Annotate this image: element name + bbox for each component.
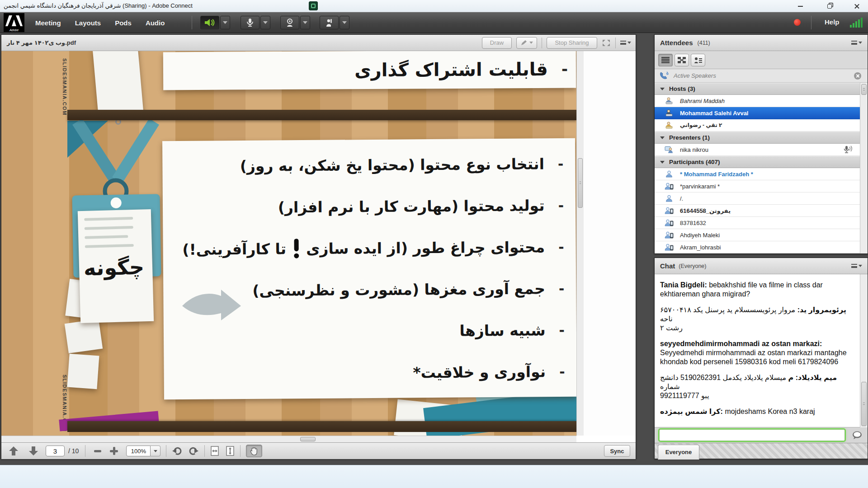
window-title: شرقي آذربایجان فرهنگیان دانشگاه شيمي انج… (4, 0, 193, 12)
fit-page-icon[interactable] (226, 446, 235, 456)
adobe-logo: Adobe (4, 13, 24, 32)
fullscreen-icon[interactable] (602, 39, 611, 47)
presenter-icon (665, 146, 674, 153)
chat-title: Chat (660, 262, 675, 270)
maximize-button[interactable] (819, 2, 840, 10)
chat-sender: Tania Bigdeli: (660, 281, 707, 289)
zoom-in-icon[interactable] (108, 450, 120, 452)
attendee-row[interactable]: Ahdiyeh Maleki (655, 229, 860, 241)
attendees-scrollbar[interactable] (860, 83, 868, 253)
hand-tool-button[interactable] (246, 445, 262, 457)
speaker-button[interactable] (200, 16, 219, 29)
menu-meeting[interactable]: Meeting (34, 19, 62, 27)
send-chat-button[interactable] (849, 429, 865, 441)
arrow-right-icon (181, 289, 243, 322)
chat-input[interactable] (659, 429, 845, 441)
attendee-row[interactable]: nika nikrou (655, 144, 860, 156)
chat-message: کرا شمس بیمژده: mojdeshams Korea n3 kara… (660, 407, 854, 416)
mic-icon (246, 18, 254, 27)
attendee-row[interactable]: 61644558_یفروتن (655, 205, 860, 217)
collapse-triangle-icon (660, 161, 665, 164)
attendee-row[interactable]: /. (655, 192, 860, 205)
attendee-list-view-button[interactable] (658, 54, 673, 66)
breakout-view-button[interactable] (675, 54, 689, 66)
attendees-count: (411) (698, 40, 710, 46)
attendee-row[interactable]: Bahrami Maddah (655, 95, 860, 107)
document-control-bar: 3 / 10 100% (1, 442, 636, 459)
status-view-button[interactable] (691, 54, 705, 66)
page-number-input[interactable]: 3 (46, 446, 65, 456)
stop-sharing-button[interactable]: Stop Sharing (547, 37, 597, 49)
hosts-section-header[interactable]: Hosts (3) (655, 83, 860, 95)
attendee-mic-icon (843, 145, 853, 154)
redo-icon[interactable] (188, 446, 199, 455)
attendee-name: Akram_lohrasbi (680, 244, 721, 251)
chat-scroll-thumb[interactable] (861, 382, 867, 426)
document-horizontal-scrollbar[interactable] (1, 436, 576, 442)
attendee-row[interactable]: ۲ تقي - رضواني (655, 119, 860, 131)
raise-hand-button[interactable] (320, 16, 339, 29)
close-icon[interactable] (846, 2, 867, 10)
adobe-connect-window: شرقي آذربایجان فرهنگیان دانشگاه شيمي انج… (0, 0, 868, 488)
host-icon (665, 97, 674, 104)
chat-pod-menu-icon[interactable] (851, 264, 862, 268)
menu-layouts[interactable]: Layouts (74, 19, 102, 27)
attendee-row[interactable]: *parvinkarami * (655, 180, 860, 192)
menu-audio[interactable]: Audio (145, 19, 166, 27)
participants-section-header[interactable]: Participants (407) (655, 156, 860, 168)
host-away-icon (665, 122, 674, 129)
next-page-icon[interactable] (28, 446, 39, 456)
document-hscroll-thumb[interactable] (300, 437, 316, 441)
menu-pods[interactable]: Pods (114, 19, 132, 27)
minimize-button[interactable] (790, 2, 811, 10)
draw-tool-dropdown[interactable] (516, 37, 537, 49)
chat-tab-everyone[interactable]: Everyone (658, 445, 699, 460)
attendee-name: 83781632 (680, 220, 706, 226)
attendee-row-selected[interactable]: Mohammad Salehi Avval (655, 107, 860, 119)
speaker-dropdown[interactable] (220, 16, 230, 29)
chat-scrollbar[interactable] (860, 274, 868, 427)
raise-hand-dropdown[interactable] (340, 16, 349, 29)
chat-input-row (655, 427, 868, 443)
chat-message: Tania Bigdeli: bebakhshid file va filme … (660, 281, 854, 299)
signal-icon (850, 18, 863, 28)
hand-tool-icon (250, 446, 258, 455)
sync-button[interactable]: Sync (604, 445, 630, 457)
zoom-out-icon[interactable] (92, 450, 104, 452)
attendee-row[interactable]: 83781632 (655, 217, 860, 229)
mic-dropdown[interactable] (260, 16, 270, 29)
chat-message-list[interactable]: Tania Bigdeli: bebakhshid file va filme … (655, 274, 860, 427)
attendee-row[interactable]: Akram_lohrasbi (655, 241, 860, 253)
attendees-pod-menu-icon[interactable] (851, 41, 862, 45)
attendee-list: Hosts (3) Bahrami Maddah Mohammad Salehi… (655, 83, 860, 253)
attendees-title: Attendees (660, 39, 693, 47)
attendee-row[interactable]: * Mohammad Faridzadeh * (655, 168, 860, 180)
fit-width-icon[interactable] (210, 446, 219, 456)
slide-page: - انتخاب نوع محتوا (محتوا یخ شکن، به روز… (162, 138, 576, 399)
previous-page-icon[interactable] (8, 446, 19, 456)
slidesmania-brand-top: SLIDESMANIA.COM (62, 58, 67, 116)
window-titlebar: شرقي آذربایجان فرهنگیان دانشگاه شيمي انج… (0, 0, 868, 12)
participant-mobile-icon (665, 219, 674, 226)
draw-button[interactable]: Draw (482, 37, 512, 49)
attendee-name: Mohammad Salehi Avval (680, 110, 748, 117)
presenters-section-header[interactable]: Presenters (1) (655, 131, 860, 144)
active-speakers-close-icon[interactable] (854, 72, 861, 80)
webcam-dropdown[interactable] (300, 16, 310, 29)
app-icon (309, 1, 318, 10)
zoom-level-dropdown[interactable] (151, 446, 160, 456)
attendees-scroll-thumb[interactable] (861, 84, 867, 95)
webcam-button[interactable] (280, 16, 299, 29)
badge-word: چگونه (83, 254, 144, 280)
document-vertical-scrollbar[interactable] (576, 51, 584, 436)
mic-button[interactable] (241, 16, 259, 29)
undo-icon[interactable] (172, 446, 183, 455)
adobe-logo-label: Adobe (4, 28, 24, 32)
share-pod-menu-icon[interactable] (620, 41, 631, 45)
menu-help[interactable]: Help (824, 18, 840, 26)
active-speakers-label: Active Speakers (674, 72, 716, 79)
attendee-name: Ahdiyeh Maleki (680, 232, 720, 239)
slide-top-fragment: - قابلیت اشتراک گذاری (163, 51, 576, 90)
document-vscroll-thumb[interactable] (578, 158, 583, 208)
participant-mobile-icon (665, 244, 674, 251)
